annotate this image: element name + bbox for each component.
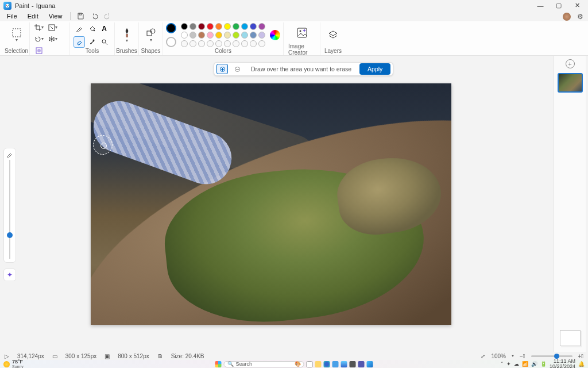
color-swatch[interactable] (181, 32, 188, 39)
color-swatch[interactable] (189, 40, 196, 47)
taskbar-weather[interactable]: 78°F Sunny (3, 359, 24, 368)
canvas[interactable] (91, 83, 451, 325)
magnifier-tool[interactable] (99, 36, 110, 48)
undo-icon[interactable] (88, 11, 100, 21)
file-explorer-icon[interactable] (315, 361, 322, 367)
color-palette (181, 23, 265, 47)
color-swatch[interactable] (233, 32, 239, 39)
photos-icon[interactable] (341, 361, 347, 367)
menu-edit[interactable]: Edit (23, 12, 43, 21)
color-swatch[interactable] (215, 32, 222, 39)
fit-to-window-icon[interactable]: ⤢ (481, 353, 485, 359)
color-swatch[interactable] (198, 40, 205, 47)
status-bar: ▷ 314,124px ▭ 300 x 125px ▣ 800 x 512px … (0, 352, 588, 360)
redo-icon[interactable] (102, 11, 114, 21)
zoom-slider[interactable] (531, 355, 572, 357)
color-swatch[interactable] (224, 23, 231, 30)
settings-taskbar-icon[interactable] (350, 361, 356, 367)
color-swatch[interactable] (198, 23, 205, 30)
layers-button[interactable] (326, 25, 341, 45)
color-swatch[interactable] (224, 40, 231, 47)
tray-battery-icon[interactable]: 🔋 (540, 361, 547, 367)
secondary-color[interactable] (166, 37, 176, 47)
tray-date[interactable]: 10/22/2024 (550, 364, 575, 368)
flip-icon[interactable]: ▾ (47, 34, 59, 44)
color-swatch[interactable] (224, 32, 231, 39)
color-swatch[interactable] (258, 32, 265, 39)
close-button[interactable]: ✕ (573, 2, 581, 10)
rotate-icon[interactable]: ▾ (33, 34, 45, 44)
title-bar: Paint - Iguana — ▢ ✕ (0, 0, 588, 11)
taskbar-search[interactable]: 🔍 Search 🎨 (224, 361, 304, 367)
selection-tool[interactable]: ▾ (9, 25, 24, 45)
color-swatch[interactable] (258, 40, 265, 47)
erase-subtract-mode[interactable] (231, 64, 243, 74)
minimize-button[interactable]: — (536, 2, 544, 10)
color-swatch[interactable] (198, 32, 205, 39)
color-swatch[interactable] (207, 40, 214, 47)
image-creator-button[interactable] (295, 22, 310, 43)
color-swatch[interactable] (241, 32, 248, 39)
color-swatch[interactable] (241, 40, 248, 47)
slider-thumb[interactable] (7, 232, 13, 238)
menu-file[interactable]: File (2, 12, 22, 21)
task-view-icon[interactable] (307, 361, 313, 367)
teams-icon[interactable] (358, 361, 365, 367)
zoom-in-icon[interactable]: +⃝ (578, 353, 584, 359)
edit-colors-button[interactable] (270, 30, 280, 40)
apply-button[interactable]: Apply (359, 63, 390, 75)
color-swatch[interactable] (258, 23, 265, 30)
brushes-button[interactable]: ▾ (119, 25, 134, 45)
text-tool[interactable]: A (99, 23, 110, 34)
store-icon[interactable] (332, 361, 339, 367)
tray-copilot-icon[interactable]: ✦ (506, 361, 511, 367)
selection-size-icon: ▭ (52, 353, 57, 359)
brush-size-slider[interactable] (3, 148, 16, 263)
start-button[interactable] (215, 361, 222, 367)
color-swatch[interactable] (189, 32, 196, 39)
color-swatch[interactable] (250, 40, 257, 47)
background-layer-thumbnail[interactable] (560, 330, 581, 346)
color-swatch[interactable] (181, 23, 188, 30)
color-swatch[interactable] (207, 32, 214, 39)
color-swatch[interactable] (215, 40, 222, 47)
add-layer-button[interactable]: + (566, 59, 575, 68)
tray-wifi-icon[interactable]: 📶 (522, 361, 528, 367)
tray-volume-icon[interactable]: 🔊 (531, 361, 537, 367)
color-swatch[interactable] (250, 32, 257, 39)
erase-add-mode[interactable] (216, 64, 228, 74)
crop-icon[interactable]: ▾ (33, 22, 45, 33)
tray-notifications-icon[interactable]: 🔔 (578, 361, 585, 367)
color-swatch[interactable] (207, 23, 214, 30)
tray-onedrive-icon[interactable]: ☁ (514, 361, 519, 367)
color-swatch[interactable] (189, 23, 196, 30)
shapes-button[interactable]: ▾ (144, 25, 158, 45)
resize-icon[interactable]: ▾ (47, 22, 59, 33)
primary-color[interactable] (166, 23, 176, 33)
color-swatch[interactable] (181, 40, 188, 47)
slider-track[interactable] (9, 160, 10, 259)
paint-taskbar-icon[interactable] (367, 361, 373, 367)
color-swatch[interactable] (233, 23, 239, 30)
fill-tool[interactable] (86, 23, 98, 34)
remove-bg-icon[interactable] (33, 45, 45, 56)
maximize-button[interactable]: ▢ (555, 2, 563, 10)
ribbon: ▾ Selection ▾ ▾ ▾ ▾ Image A Tools (0, 21, 588, 56)
color-swatch[interactable] (241, 23, 248, 30)
cocreator-button[interactable]: ✦ (3, 269, 16, 281)
tray-chevron-icon[interactable]: ˄ (501, 361, 504, 367)
color-swatch[interactable] (250, 23, 257, 30)
pencil-tool[interactable] (74, 23, 85, 34)
profile-avatar[interactable] (563, 13, 571, 21)
color-swatch[interactable] (233, 40, 239, 47)
save-icon[interactable] (74, 11, 87, 21)
color-swatch[interactable] (215, 23, 222, 30)
layer-thumbnail-1[interactable] (558, 73, 583, 93)
svg-point-10 (92, 39, 94, 41)
eraser-tool[interactable] (74, 36, 85, 48)
color-picker-tool[interactable] (86, 36, 98, 48)
menu-view[interactable]: View (44, 12, 67, 21)
edge-icon[interactable] (324, 361, 330, 367)
zoom-out-icon[interactable]: −⃝ (520, 353, 525, 359)
settings-icon[interactable]: ⚙ (577, 13, 583, 21)
